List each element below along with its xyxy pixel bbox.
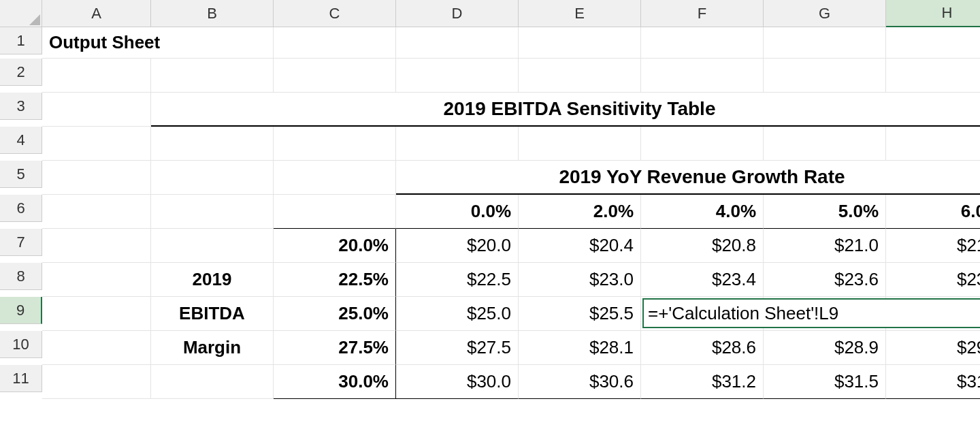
cell-H11[interactable]: $31.8: [886, 365, 980, 399]
cell-B10[interactable]: Margin: [151, 331, 274, 365]
col-header-G[interactable]: G: [764, 0, 886, 27]
cell-E2[interactable]: [519, 59, 641, 93]
cell-G10[interactable]: $28.9: [764, 331, 886, 365]
col-header-H[interactable]: H: [886, 0, 980, 27]
cell-G4[interactable]: [764, 127, 886, 161]
cell-C6[interactable]: [274, 195, 396, 229]
cell-D2[interactable]: [396, 59, 519, 93]
cell-E1[interactable]: [519, 27, 641, 59]
cell-B9[interactable]: EBITDA: [151, 297, 274, 331]
cell-F2[interactable]: [641, 59, 764, 93]
row-header-8[interactable]: 8: [0, 263, 42, 290]
cell-G6[interactable]: 5.0%: [764, 195, 886, 229]
cell-D6[interactable]: 0.0%: [396, 195, 519, 229]
cell-F6[interactable]: 4.0%: [641, 195, 764, 229]
cell-H8[interactable]: $23.9: [886, 263, 980, 297]
cell-H1[interactable]: [886, 27, 980, 59]
cell-D11[interactable]: $30.0: [396, 365, 519, 399]
col-header-D[interactable]: D: [396, 0, 519, 27]
cell-C9[interactable]: 25.0%: [274, 297, 396, 331]
cell-A8[interactable]: [42, 263, 151, 297]
cell-C7[interactable]: 20.0%: [274, 229, 396, 263]
row-header-4[interactable]: 4: [0, 127, 42, 154]
cell-F11[interactable]: $31.2: [641, 365, 764, 399]
cell-H7[interactable]: $21.2: [886, 229, 980, 263]
cell-C8[interactable]: 22.5%: [274, 263, 396, 297]
cell-B11[interactable]: [151, 365, 274, 399]
col-header-F[interactable]: F: [641, 0, 764, 27]
cell-A4[interactable]: [42, 127, 151, 161]
cell-A1[interactable]: Output Sheet: [42, 27, 274, 59]
cell-E6[interactable]: 2.0%: [519, 195, 641, 229]
col-header-E[interactable]: E: [519, 0, 641, 27]
row-header-1[interactable]: 1: [0, 27, 42, 54]
cell-A7[interactable]: [42, 229, 151, 263]
cell-E9[interactable]: $25.5: [519, 297, 641, 331]
row-header-10[interactable]: 10: [0, 331, 42, 358]
cell-H4[interactable]: [886, 127, 980, 161]
cell-F8[interactable]: $23.4: [641, 263, 764, 297]
cell-F10[interactable]: $28.6: [641, 331, 764, 365]
cell-B7[interactable]: [151, 229, 274, 263]
cell-C10[interactable]: 27.5%: [274, 331, 396, 365]
cell-G8[interactable]: $23.6: [764, 263, 886, 297]
row-header-7[interactable]: 7: [0, 229, 42, 256]
cell-E8[interactable]: $23.0: [519, 263, 641, 297]
cell-G1[interactable]: [764, 27, 886, 59]
cell-G7[interactable]: $21.0: [764, 229, 886, 263]
cell-F1[interactable]: [641, 27, 764, 59]
formula-text: =+'Calculation Sheet'!L9: [648, 304, 838, 322]
select-all-corner[interactable]: [0, 0, 42, 27]
cell-D1[interactable]: [396, 27, 519, 59]
cell-C4[interactable]: [274, 127, 396, 161]
cell-C2[interactable]: [274, 59, 396, 93]
cell-C5[interactable]: [274, 161, 396, 195]
row-header-3[interactable]: 3: [0, 93, 42, 120]
cell-B2[interactable]: [151, 59, 274, 93]
cell-H6[interactable]: 6.0%: [886, 195, 980, 229]
col-header-C[interactable]: C: [274, 0, 396, 27]
cell-A11[interactable]: [42, 365, 151, 399]
text-cursor-icon: [839, 304, 840, 322]
row-header-5[interactable]: 5: [0, 161, 42, 188]
cell-title[interactable]: 2019 EBITDA Sensitivity Table: [151, 93, 980, 127]
cell-D4[interactable]: [396, 127, 519, 161]
row-header-9[interactable]: 9: [0, 297, 42, 324]
cell-B5[interactable]: [151, 161, 274, 195]
cell-B8[interactable]: 2019: [151, 263, 274, 297]
cell-subhead[interactable]: 2019 YoY Revenue Growth Rate: [396, 161, 980, 195]
row-header-2[interactable]: 2: [0, 59, 42, 86]
cell-B4[interactable]: [151, 127, 274, 161]
col-header-B[interactable]: B: [151, 0, 274, 27]
cell-D10[interactable]: $27.5: [396, 331, 519, 365]
cell-D9[interactable]: $25.0: [396, 297, 519, 331]
cell-F7[interactable]: $20.8: [641, 229, 764, 263]
formula-edit-overlay[interactable]: =+'Calculation Sheet'!L9: [642, 298, 980, 328]
cell-F4[interactable]: [641, 127, 764, 161]
cell-E10[interactable]: $28.1: [519, 331, 641, 365]
svg-marker-0: [29, 14, 40, 25]
spreadsheet-grid[interactable]: A B C D E F G H 1 Output Sheet 2 3 2019 …: [0, 0, 980, 399]
cell-A6[interactable]: [42, 195, 151, 229]
cell-G2[interactable]: [764, 59, 886, 93]
row-header-11[interactable]: 11: [0, 365, 42, 392]
cell-A10[interactable]: [42, 331, 151, 365]
cell-A9[interactable]: [42, 297, 151, 331]
cell-H2[interactable]: [886, 59, 980, 93]
cell-A5[interactable]: [42, 161, 151, 195]
cell-E7[interactable]: $20.4: [519, 229, 641, 263]
cell-D8[interactable]: $22.5: [396, 263, 519, 297]
cell-D7[interactable]: $20.0: [396, 229, 519, 263]
cell-C11[interactable]: 30.0%: [274, 365, 396, 399]
cell-G11[interactable]: $31.5: [764, 365, 886, 399]
cell-A3[interactable]: [42, 93, 151, 127]
cell-C1[interactable]: [274, 27, 396, 59]
cell-E11[interactable]: $30.6: [519, 365, 641, 399]
cell-A2[interactable]: [42, 59, 151, 93]
col-header-A[interactable]: A: [42, 0, 151, 27]
cell-H10[interactable]: $29.2: [886, 331, 980, 365]
cell-E4[interactable]: [519, 127, 641, 161]
cell-B6[interactable]: [151, 195, 274, 229]
row-header-6[interactable]: 6: [0, 195, 42, 222]
